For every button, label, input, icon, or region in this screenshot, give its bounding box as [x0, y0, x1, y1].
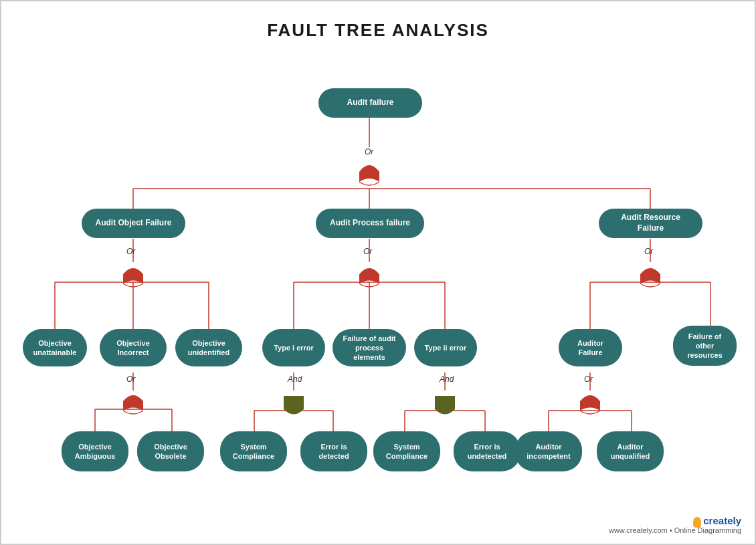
node-auditor-incompetent: Auditor incompetent — [515, 431, 582, 471]
label-or5: Or — [126, 374, 135, 384]
label-or4: Or — [644, 247, 653, 256]
node-obj-unattainable: Objective unattainable — [23, 329, 87, 366]
node-failure-audit-process: Failure of audit process elements — [333, 329, 406, 366]
node-auditor-failure: Auditor Failure — [559, 329, 622, 366]
footer-url: www.creately.com • Online Diagramming — [609, 526, 741, 534]
node-obj-incorrect: Objective Incorrect — [100, 329, 167, 366]
node-obj-obsolete: Objective Obsolete — [137, 431, 204, 471]
label-or2: Or — [126, 247, 135, 256]
page-title: FAULT TREE ANALYSIS — [1, 1, 755, 41]
label-or3: Or — [363, 247, 372, 256]
node-sys-compliance-1: System Compliance — [220, 431, 287, 471]
node-audit-failure: Audit failure — [318, 88, 422, 118]
label-and1: And — [288, 374, 302, 384]
node-type-ii: Type ii error — [414, 329, 477, 366]
label-and2: And — [440, 374, 454, 384]
node-audit-process: Audit Process failure — [316, 209, 424, 238]
node-type-i: Type i error — [262, 329, 325, 366]
node-audit-resource: Audit Resource Failure — [599, 209, 702, 238]
label-or6: Or — [584, 374, 593, 384]
brand-label: creately — [703, 515, 741, 526]
node-error-undetected: Error is undetected — [454, 431, 521, 471]
node-sys-compliance-2: System Compliance — [373, 431, 440, 471]
page: FAULT TREE ANALYSIS — [0, 0, 756, 545]
node-error-detected: Error is detected — [300, 431, 367, 471]
label-or1: Or — [365, 147, 373, 156]
node-failure-other: Failure of other resources — [673, 326, 737, 366]
svg-rect-37 — [435, 396, 455, 409]
node-obj-ambiguous: Objective Ambiguous — [62, 431, 128, 471]
node-obj-unidentified: Objective unidentified — [175, 329, 242, 366]
svg-rect-36 — [284, 396, 304, 409]
footer: creately www.creately.com • Online Diagr… — [609, 515, 741, 534]
bulb-icon — [693, 517, 701, 528]
node-audit-object: Audit Object Failure — [82, 209, 185, 238]
node-auditor-unqualified: Auditor unqualified — [597, 431, 664, 471]
